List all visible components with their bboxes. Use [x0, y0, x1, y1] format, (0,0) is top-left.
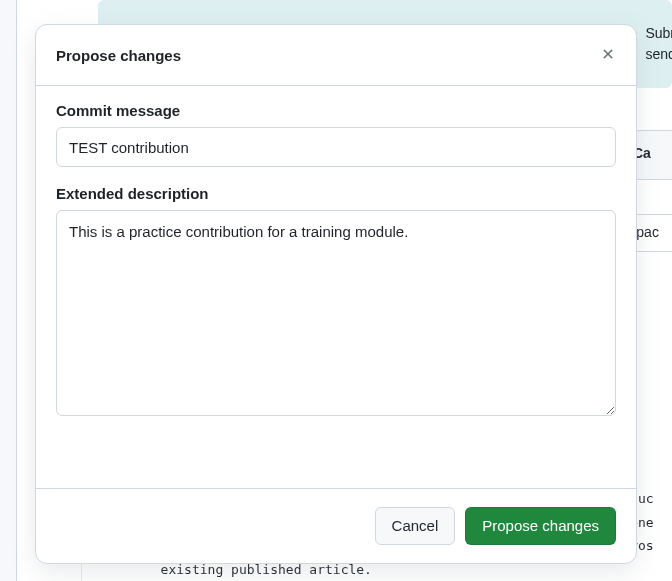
dialog-footer: Cancel Propose changes [36, 488, 636, 563]
propose-changes-dialog: Propose changes Commit message Extended … [35, 24, 637, 564]
propose-changes-button[interactable]: Propose changes [465, 507, 616, 545]
commit-message-input[interactable] [56, 127, 616, 167]
close-icon [600, 46, 616, 65]
extended-description-label: Extended description [56, 185, 616, 202]
bg-sidebar [0, 0, 17, 581]
dialog-header: Propose changes [36, 25, 636, 86]
cancel-button[interactable]: Cancel [375, 507, 456, 545]
bg-info-text: Subm send [645, 23, 672, 65]
dialog-title: Propose changes [56, 47, 181, 64]
commit-message-label: Commit message [56, 102, 616, 119]
close-button[interactable] [592, 39, 624, 71]
commit-message-group: Commit message [56, 102, 616, 167]
extended-description-group: Extended description [56, 185, 616, 420]
extended-description-textarea[interactable] [56, 210, 616, 416]
dialog-body: Commit message Extended description [36, 86, 636, 488]
